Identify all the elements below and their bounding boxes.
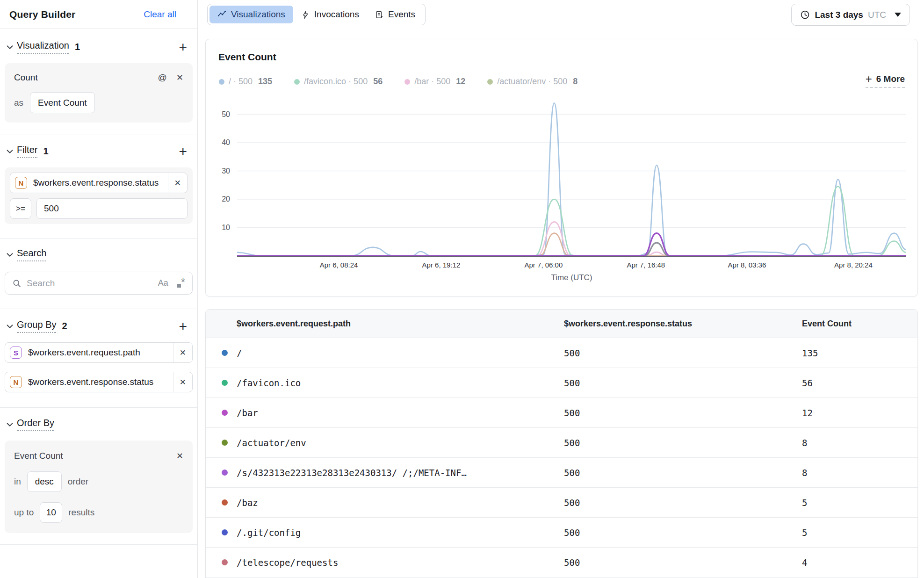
group-by-section-label: Group By bbox=[17, 319, 56, 333]
series-color-dot bbox=[222, 529, 228, 535]
table-row[interactable]: / 500 135 bbox=[206, 338, 917, 368]
legend-more-button[interactable]: + 6 More bbox=[866, 74, 905, 88]
series-color-dot bbox=[294, 79, 300, 85]
x-tick-label: Apr 7, 16:48 bbox=[627, 261, 665, 269]
result-limit-input[interactable]: 10 bbox=[40, 502, 62, 523]
x-axis-title: Time (UTC) bbox=[237, 273, 906, 282]
add-group-by-button[interactable]: + bbox=[179, 321, 187, 332]
series-color-dot bbox=[404, 79, 410, 85]
filter-section-header: Filter 1 + bbox=[0, 144, 197, 158]
table-row[interactable]: /actuator/env 500 8 bbox=[206, 428, 917, 458]
tab-events[interactable]: Events bbox=[367, 6, 423, 23]
order-by-section-label: Order By bbox=[17, 418, 54, 431]
remove-group-by-icon[interactable]: ✕ bbox=[173, 372, 192, 392]
cell-response-status: 500 bbox=[564, 468, 802, 478]
search-section-label: Search bbox=[17, 248, 46, 261]
series-color-dot bbox=[219, 79, 224, 85]
table-row[interactable]: /favicon.ico 500 56 bbox=[206, 368, 917, 398]
plus-icon: + bbox=[866, 75, 872, 83]
series-color-dot bbox=[487, 79, 493, 85]
table-row[interactable]: /s/432313e22313e28313e2430313/_/;/META-I… bbox=[206, 458, 917, 488]
search-box: Aa * bbox=[5, 272, 193, 295]
y-tick-label: 50 bbox=[206, 110, 230, 119]
remove-group-by-icon[interactable]: ✕ bbox=[173, 343, 192, 362]
chevron-down-icon[interactable] bbox=[5, 250, 15, 260]
more-label: 6 More bbox=[876, 74, 905, 84]
tab-invocations[interactable]: Invocations bbox=[293, 6, 367, 23]
chevron-down-icon[interactable] bbox=[5, 419, 15, 430]
cell-request-path: /.git/config bbox=[237, 527, 301, 538]
view-tab-group: Visualizations Invocations Events bbox=[207, 4, 426, 25]
x-tick-label: Apr 8, 20:24 bbox=[834, 261, 873, 269]
visualization-function: Count bbox=[14, 72, 38, 83]
results-label: results bbox=[68, 507, 94, 518]
series-color-dot bbox=[222, 499, 228, 506]
series-color-dot bbox=[222, 440, 228, 446]
visualization-alias-field[interactable]: Event Count bbox=[30, 92, 95, 113]
column-header-count[interactable]: Event Count bbox=[802, 319, 917, 329]
filter-section-label: Filter bbox=[17, 144, 37, 158]
filter-operator-select[interactable]: >= bbox=[10, 198, 31, 219]
cell-request-path: /bar bbox=[237, 408, 258, 418]
order-by-section-header: Order By bbox=[0, 418, 197, 431]
chevron-down-icon[interactable] bbox=[5, 321, 15, 332]
table-row[interactable]: /telescope/requests 500 4 bbox=[206, 548, 917, 578]
group-by-field[interactable]: N $workers.event.response.status ✕ bbox=[5, 372, 193, 392]
add-filter-button[interactable]: + bbox=[179, 146, 187, 157]
search-section-header: Search bbox=[0, 248, 197, 261]
sort-direction-select[interactable]: desc bbox=[27, 471, 62, 492]
number-type-badge: N bbox=[15, 177, 27, 189]
divider bbox=[0, 407, 197, 408]
filter-count: 1 bbox=[43, 146, 48, 157]
chevron-down-icon[interactable] bbox=[5, 42, 15, 52]
chevron-down-icon bbox=[895, 13, 901, 17]
table-row[interactable]: /.git/config 500 5 bbox=[206, 518, 917, 548]
query-builder-sidebar: Query Builder Clear all Visualization 1 … bbox=[0, 0, 198, 578]
divider bbox=[0, 135, 197, 135]
cell-event-count: 8 bbox=[802, 468, 917, 478]
add-visualization-button[interactable]: + bbox=[179, 42, 187, 52]
order-by-card: Event Count ✕ in desc order up to 10 res… bbox=[5, 441, 193, 533]
close-icon[interactable]: ✕ bbox=[176, 72, 183, 83]
time-range-selector[interactable]: Last 3 days UTC bbox=[791, 4, 910, 26]
sidebar-header: Query Builder Clear all bbox=[0, 0, 197, 29]
group-by-field[interactable]: S $workers.event.request.path ✕ bbox=[5, 342, 193, 363]
chevron-down-icon[interactable] bbox=[5, 146, 15, 157]
legend-item[interactable]: /bar · 500 12 bbox=[404, 77, 465, 87]
at-icon[interactable]: @ bbox=[158, 72, 167, 83]
legend-item[interactable]: /actuator/env · 500 8 bbox=[487, 77, 578, 87]
group-by-count: 2 bbox=[62, 321, 67, 332]
tab-visualizations[interactable]: Visualizations bbox=[209, 6, 293, 23]
remove-order-by-icon[interactable]: ✕ bbox=[176, 451, 183, 461]
remove-filter-icon[interactable]: ✕ bbox=[168, 173, 187, 193]
search-input[interactable] bbox=[27, 278, 153, 289]
chart-plot-area[interactable] bbox=[237, 101, 906, 258]
match-case-icon[interactable]: Aa bbox=[158, 278, 168, 288]
filter-card: N $workers.event.response.status ✕ >= bbox=[5, 167, 193, 224]
table-row[interactable]: /bar 500 12 bbox=[206, 398, 917, 428]
number-type-badge: N bbox=[10, 376, 22, 388]
cell-request-path: /actuator/env bbox=[237, 438, 306, 448]
line-chart bbox=[237, 101, 906, 258]
legend-item[interactable]: /favicon.ico · 500 56 bbox=[294, 77, 383, 87]
tab-label: Events bbox=[388, 9, 415, 20]
series-color-dot bbox=[222, 470, 228, 476]
group-by-section: Group By 2 + S $workers.event.request.pa… bbox=[0, 319, 197, 407]
table-row[interactable]: /baz 500 5 bbox=[206, 488, 917, 518]
legend-count: 56 bbox=[373, 77, 383, 87]
clear-all-link[interactable]: Clear all bbox=[144, 9, 176, 20]
column-header-path[interactable]: $workers.event.request.path bbox=[206, 319, 564, 329]
y-axis-labels: 1020304050 bbox=[206, 101, 230, 258]
filter-value-input[interactable] bbox=[36, 198, 188, 219]
column-header-status[interactable]: $workers.event.response.status bbox=[564, 319, 802, 329]
bolt-icon bbox=[301, 10, 310, 19]
legend-count: 135 bbox=[258, 77, 272, 87]
line-chart-icon bbox=[217, 10, 227, 19]
regex-icon[interactable]: * bbox=[177, 279, 185, 288]
cell-request-path: /s/432313e22313e28313e2430313/_/;/META-I… bbox=[237, 468, 467, 478]
cell-request-path: /baz bbox=[237, 498, 258, 508]
filter-field-selector[interactable]: N $workers.event.response.status ✕ bbox=[10, 173, 188, 193]
legend-item[interactable]: / · 500 135 bbox=[219, 77, 272, 87]
timezone-label: UTC bbox=[868, 10, 886, 20]
string-type-badge: S bbox=[10, 347, 22, 359]
